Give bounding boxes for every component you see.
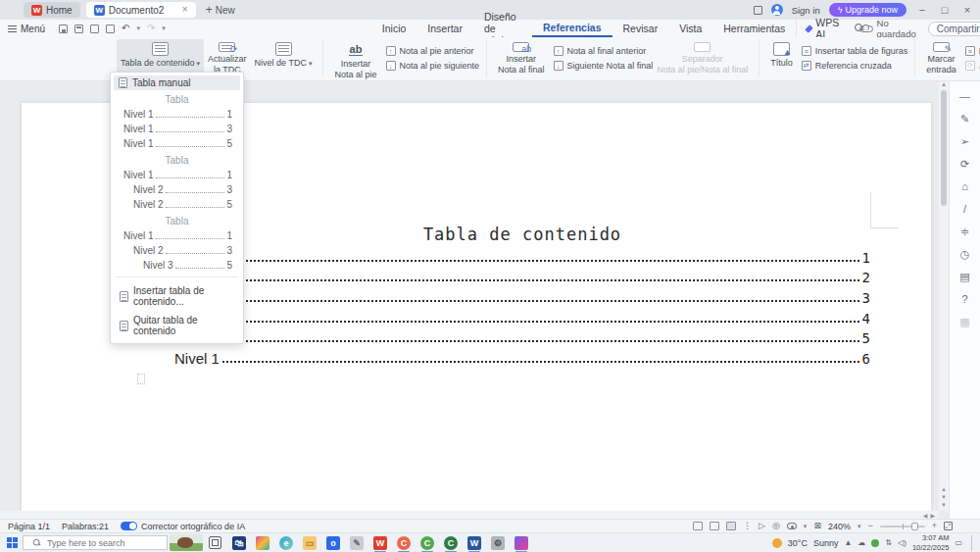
maximize-button[interactable]: □ <box>938 5 952 16</box>
toc-style-row[interactable]: Nivel 2 3 <box>114 243 240 258</box>
toc-entry-row[interactable]: Nivel 1 2 <box>174 267 870 287</box>
word-count[interactable]: Palabras:21 <box>62 522 109 531</box>
taskbar-app-store[interactable]: 🛍 <box>232 536 246 550</box>
zoom-out-button[interactable]: − <box>867 522 872 530</box>
toc-entry-row[interactable]: Nivel 1 4 <box>174 307 870 327</box>
horizontal-scrollbar[interactable]: ◀ ▶ <box>0 511 939 519</box>
antivirus-tray-icon[interactable] <box>871 539 879 547</box>
insert-indent-button[interactable]: ≡ Insertar sangría <box>965 46 980 56</box>
zoom-in-button[interactable]: + <box>932 522 937 530</box>
weather-desc[interactable]: Sunny <box>813 538 839 548</box>
show-desktop-button[interactable] <box>971 535 974 551</box>
tab-insertar[interactable]: Insertar <box>416 20 473 37</box>
taskbar-clock[interactable]: 3:07 AM 10/22/2025 <box>912 533 950 552</box>
taskbar-app-dev-tool[interactable] <box>514 536 528 550</box>
next-footnote-button[interactable]: ↓ Nota al pie siguiente <box>386 61 480 71</box>
network-tray-icon[interactable]: ⇅ <box>885 539 892 547</box>
taskbar-app-photos[interactable] <box>256 536 270 550</box>
home-tab[interactable]: W Home <box>24 2 80 18</box>
menu-button[interactable]: Menú <box>8 24 45 34</box>
vertical-scrollbar-thumb[interactable] <box>941 90 947 206</box>
news-widget-thumbnail[interactable] <box>170 534 203 551</box>
translate-globe-icon[interactable]: ◎ <box>772 522 780 530</box>
new-tab-button[interactable]: + New <box>206 3 235 17</box>
toc-level-button[interactable]: Nivel de TDC▾ <box>251 39 317 77</box>
toc-style-row[interactable]: Nivel 1 1 <box>114 228 240 243</box>
minimize-button[interactable]: − <box>915 5 929 16</box>
zoom-caret-icon[interactable]: ▾ <box>858 523 861 530</box>
tab-revisar[interactable]: Revisar <box>612 20 669 37</box>
scroll-right-icon[interactable]: ▶ <box>930 512 935 519</box>
insert-endnote-button[interactable]: ab Insertar Nota al final <box>494 39 549 77</box>
task-view-icon[interactable] <box>209 536 221 549</box>
notes-list-icon[interactable]: ▤ <box>958 270 972 283</box>
sign-in-link[interactable]: Sign in <box>792 5 820 16</box>
taskbar-app-browser-profile-3[interactable]: C <box>444 536 458 550</box>
taskbar-app-browser-profile-1[interactable]: C <box>397 536 411 550</box>
eye-caret-icon[interactable]: ▾ <box>804 523 808 530</box>
scroll-left-icon[interactable]: ◀ <box>923 512 928 519</box>
spellcheck-toggle[interactable] <box>121 522 137 530</box>
edit-pen-icon[interactable]: ✎ <box>958 112 972 125</box>
taskbar-app-word[interactable]: W <box>467 536 481 550</box>
insert-table-of-figures-button[interactable]: ≡ Insertar tabla de figuras <box>802 46 908 56</box>
document-tab[interactable]: W Documento2 × <box>86 2 196 18</box>
outline-view-icon[interactable] <box>726 522 736 530</box>
taskbar-app-outlook[interactable]: o <box>326 536 340 550</box>
manual-table-item[interactable]: Tabla manual <box>114 75 240 90</box>
notification-center-icon[interactable]: ▭ <box>955 539 962 547</box>
tray-expand-icon[interactable]: ▲ <box>844 539 852 547</box>
vertical-scrollbar[interactable]: ▲ ▲ ▼ ▼ <box>939 81 949 511</box>
fullscreen-icon[interactable]: ⤢ <box>944 522 953 530</box>
undo-icon[interactable]: ↶ <box>122 24 129 33</box>
remove-toc-menu-item[interactable]: Quitar tabla de contenido <box>114 311 240 340</box>
taskbar-app-settings[interactable]: ⚙ <box>491 536 505 550</box>
eye-protect-icon[interactable] <box>787 523 797 529</box>
tab-herramientas[interactable]: Herramientas <box>712 20 796 37</box>
toc-style-row[interactable]: Nivel 1 3 <box>114 122 240 136</box>
taskbar-app-browser-profile-2[interactable]: C <box>420 536 434 550</box>
window-mode-icon[interactable] <box>754 6 762 15</box>
mark-entry-button[interactable]: ✎ Marcar entrada <box>922 39 960 77</box>
share-button[interactable]: Compartir ▾ <box>928 22 980 36</box>
taskbar-app-notes[interactable]: ✎ <box>350 536 364 550</box>
save-icon[interactable] <box>59 25 68 33</box>
page-view-icon[interactable] <box>693 522 703 530</box>
print-icon[interactable] <box>74 25 83 33</box>
redo-icon[interactable]: ↷ <box>147 24 155 33</box>
tab-referencias[interactable]: Referencias <box>532 20 612 37</box>
toc-style-row[interactable]: Nivel 1 1 <box>114 168 240 182</box>
tab-diseno-de-pagina[interactable]: Diseño de página <box>473 20 532 37</box>
tab-inicio[interactable]: Inicio <box>371 20 417 37</box>
read-mode-icon[interactable]: ▷ <box>759 522 765 530</box>
taskbar-app-file-explorer[interactable]: ▭ <box>303 536 317 550</box>
toc-style-row[interactable]: Nivel 1 1 <box>114 107 240 122</box>
scroll-down-icon[interactable]: ▼ <box>941 502 947 508</box>
avatar[interactable] <box>771 4 783 16</box>
web-view-icon[interactable] <box>710 522 719 530</box>
zoom-slider-knob[interactable] <box>911 523 918 530</box>
toc-style-row[interactable]: Nivel 2 3 <box>114 182 240 197</box>
toc-entry-row[interactable]: Nivel 1 1 <box>174 246 870 267</box>
toc-entry-row[interactable]: Nivel 1 5 <box>174 327 870 348</box>
export-pdf-icon[interactable] <box>90 25 99 33</box>
code-slash-icon[interactable]: / <box>958 202 972 216</box>
toc-style-row[interactable]: Nivel 2 5 <box>114 197 240 212</box>
toc-style-row[interactable]: Nivel 3 5 <box>114 258 240 273</box>
view-more-icon[interactable]: ⋮ <box>743 522 752 530</box>
toc-style-row[interactable]: Nivel 1 5 <box>114 136 240 151</box>
weather-temp[interactable]: 30°C <box>788 538 808 548</box>
cross-reference-button[interactable]: ⇄ Referencia cruzada <box>802 61 908 71</box>
start-button[interactable] <box>4 535 20 551</box>
help-icon[interactable]: ? <box>958 292 972 306</box>
collapse-panel-icon[interactable]: — <box>958 89 972 103</box>
insert-toc-menu-item[interactable]: Insertar tabla de contenido... <box>114 281 240 311</box>
next-page-icon[interactable]: ▼ <box>941 494 947 500</box>
zoom-level[interactable]: 240% <box>828 522 851 531</box>
footnote-endnote-separator-button[interactable]: Separador Nota al pie/Nota al final <box>653 39 752 77</box>
history-clock-icon[interactable]: ◷ <box>958 247 972 261</box>
select-cursor-icon[interactable]: ➢ <box>958 134 972 148</box>
taskbar-search[interactable] <box>23 535 168 550</box>
taskbar-app-edge[interactable]: e <box>279 536 293 550</box>
update-index-button[interactable]: ⟳ Actualizar índice <box>965 61 980 71</box>
